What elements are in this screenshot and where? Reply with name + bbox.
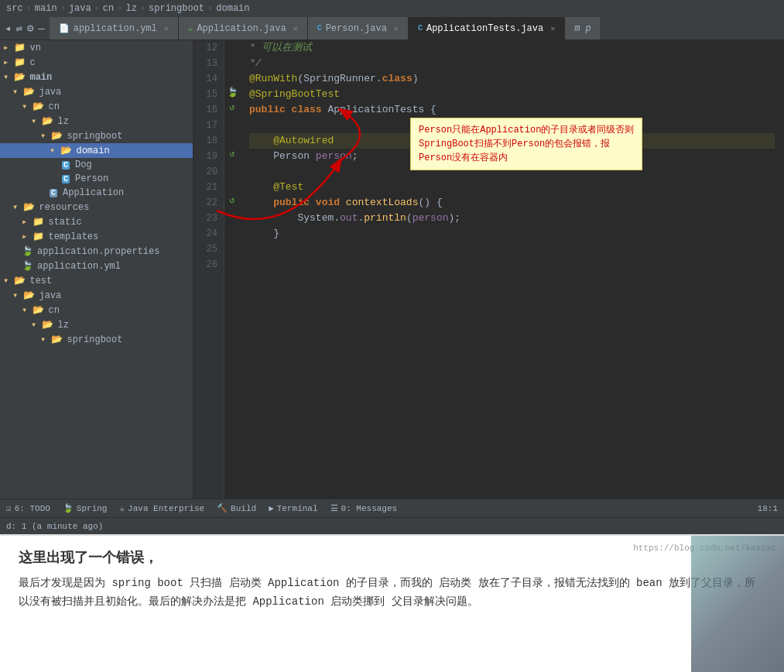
tab-close-icon[interactable]: ✕ (394, 24, 399, 33)
code-line-22: public void contextLoads() { (249, 195, 775, 211)
breadcrumb-item[interactable]: springboot (149, 3, 204, 14)
breadcrumb-item[interactable]: src (6, 3, 23, 14)
folder-open-icon: ▾ 📂 (31, 115, 53, 127)
tab-extra[interactable]: m p (565, 17, 601, 39)
status-position-text: 18:1 (758, 504, 778, 513)
code-text (249, 164, 255, 180)
status-terminal[interactable]: ▶ Terminal (269, 503, 317, 513)
code-line-15: @SpringBootTest (249, 87, 775, 102)
sidebar-item-label: lz (57, 320, 68, 331)
folder-open-icon: ▾ 📂 (3, 275, 26, 286)
sidebar-item-test[interactable]: ▾ 📂 test (0, 273, 193, 288)
sub-status-bar: d: 1 (a minute ago) (0, 517, 784, 534)
java-file-icon: ☕ (188, 23, 193, 33)
code-text: @Test (249, 180, 303, 195)
sidebar-item-label: resources (39, 202, 89, 213)
tab-close-icon[interactable]: ✕ (550, 24, 555, 33)
java-c-icon: C (317, 24, 322, 33)
sidebar-item-cn2[interactable]: ▾ 📂 cn (0, 303, 193, 317)
status-java-enterprise[interactable]: ☕ Java Enterprise (119, 503, 204, 513)
sidebar-item-domain[interactable]: ▾ 📂 domain (0, 143, 193, 158)
breadcrumb-item[interactable]: java (69, 3, 91, 14)
folder-open-selected-icon: ▾ 📂 (50, 145, 72, 156)
sidebar-item-vn[interactable]: ▸ 📁 vn (0, 40, 193, 55)
tab-close-icon[interactable]: ✕ (164, 24, 169, 33)
sidebar-item-label: java (39, 87, 61, 98)
sidebar-item-person[interactable]: C Person (0, 172, 193, 186)
sidebar-item-label: c (29, 57, 35, 68)
sidebar-item-java[interactable]: ▾ 📂 java (0, 84, 193, 99)
sidebar-item-lz[interactable]: ▾ 📂 lz (0, 114, 193, 129)
folder-icon: ▸ 📁 (3, 42, 26, 53)
breadcrumb-item[interactable]: cn (103, 3, 114, 14)
sidebar-item-templates[interactable]: ▸ 📁 templates (0, 229, 193, 244)
sidebar-item-main[interactable]: ▾ 📂 main (0, 70, 193, 84)
sidebar-item-springboot2[interactable]: ▾ 📂 springboot (0, 332, 193, 347)
folder-open-icon: ▾ 📂 (22, 101, 44, 112)
sidebar-item-java2[interactable]: ▾ 📂 java (0, 288, 193, 303)
sidebar-item-label: springboot (67, 334, 122, 345)
sidebar-item-springboot[interactable]: ▾ 📂 springboot (0, 129, 193, 143)
code-area[interactable]: 12 13 14 15 16 17 18 19 20 21 22 23 24 2… (193, 40, 784, 499)
sidebar-item-app-yml[interactable]: 🍃 application.yml (0, 259, 193, 273)
sidebar-item-dog[interactable]: C Dog (0, 158, 193, 172)
java-enterprise-icon: ☕ (119, 503, 125, 513)
code-line-14: @RunWith(SpringRunner.class) (249, 71, 775, 87)
folder-icon: ▸ 📁 (22, 231, 44, 242)
status-messages-label: 0: Messages (341, 504, 398, 513)
status-spring-label: Spring (77, 504, 108, 513)
status-todo[interactable]: ☑ 6: TODO (6, 503, 50, 513)
gear-icon[interactable]: ⚙ (27, 22, 33, 35)
todo-icon: ☑ (6, 503, 12, 513)
tooltip-text: Person只能在Application的子目录或者同级否则 (419, 125, 634, 135)
sidebar-item-cn[interactable]: ▾ 📂 cn (0, 99, 193, 114)
blog-section: 这里出现了一个错误， 最后才发现是因为 spring boot 只扫描 启动类 … (0, 534, 784, 672)
status-build-label: Build (231, 504, 256, 513)
tooltip-text: Person没有在容器内 (419, 153, 508, 163)
java-c-icon: C (62, 175, 70, 183)
code-content[interactable]: * 可以在测试 */ @RunWith(SpringRunner.class) … (240, 40, 784, 499)
tab-application-java[interactable]: ☕ Application.java ✕ (179, 17, 308, 39)
tab-bar: ◂ ⇌ ⚙ — 📄 application.yml ✕ ☕ Applicatio… (0, 17, 784, 40)
tab-person-java[interactable]: C Person.java ✕ (308, 17, 409, 39)
status-messages[interactable]: ☰ 0: Messages (330, 503, 398, 513)
tooltip-annotation: Person只能在Application的子目录或者同级否则 SpringBoo… (410, 118, 642, 170)
sidebar-item-label: vn (29, 43, 40, 53)
sidebar-item-static[interactable]: ▸ 📁 static (0, 214, 193, 229)
sidebar-item-c[interactable]: ▸ 📁 c (0, 55, 193, 70)
sidebar-item-label: static (48, 217, 81, 228)
sidebar-item-label: test (29, 276, 52, 286)
folder-open-icon: ▾ 📂 (40, 130, 63, 142)
breadcrumb-sep: › (60, 3, 66, 14)
code-text (249, 118, 255, 133)
breadcrumb-item[interactable]: main (35, 3, 57, 14)
code-text (249, 257, 255, 273)
terminal-icon: ▶ (269, 503, 274, 513)
sidebar-item-lz2[interactable]: ▾ 📂 lz (0, 317, 193, 332)
code-text: public void contextLoads() { (249, 195, 443, 211)
folder-open-icon: ▾ 📂 (12, 290, 35, 301)
messages-icon: ☰ (330, 503, 338, 513)
sidebar-item-app-properties[interactable]: 🍃 application.properties (0, 244, 193, 259)
blog-body: 最后才发现是因为 spring boot 只扫描 启动类 Application… (19, 574, 765, 612)
code-line-23: System.out.println(person); (249, 211, 775, 226)
status-todo-label: 6: TODO (15, 504, 50, 513)
sidebar-item-application[interactable]: C Application (0, 186, 193, 200)
sidebar-item-resources[interactable]: ▾ 📂 resources (0, 200, 193, 214)
tab-close-icon[interactable]: ✕ (293, 24, 298, 33)
status-build[interactable]: 🔨 Build (217, 503, 256, 513)
breadcrumb-item[interactable]: domain (216, 3, 249, 14)
status-spring[interactable]: 🍃 Spring (63, 503, 108, 513)
yml-icon: 🍃 (22, 260, 33, 272)
split-icon[interactable]: ⇌ (15, 22, 22, 35)
tab-applicationtests-java[interactable]: C ApplicationTests.java ✕ (409, 17, 565, 39)
tab-application-yml[interactable]: 📄 application.yml ✕ (50, 17, 179, 39)
sidebar-item-label: cn (48, 101, 59, 112)
sidebar-item-label: Dog (75, 159, 92, 170)
code-text: * 可以在测试 (249, 40, 312, 56)
breadcrumb-item[interactable]: lz (125, 3, 136, 14)
minus-icon[interactable]: — (38, 22, 44, 35)
chevron-left-icon[interactable]: ◂ (5, 22, 11, 35)
folder-icon: ▸ 📁 (3, 57, 26, 68)
sub-status-text: d: 1 (a minute ago) (6, 522, 103, 531)
